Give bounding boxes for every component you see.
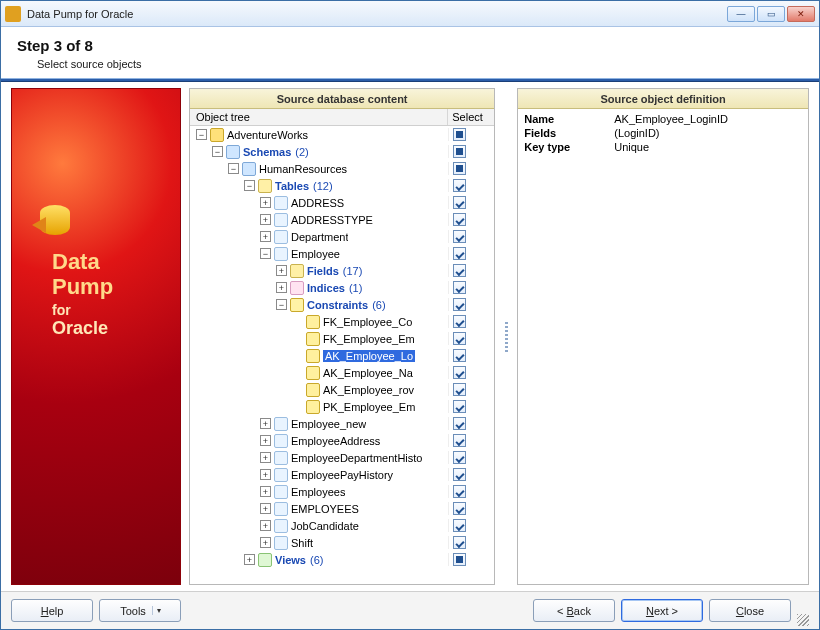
definition-panel: Source object definition NameAK_Employee…: [517, 88, 809, 585]
titlebar[interactable]: Data Pump for Oracle — ▭ ✕: [1, 1, 819, 27]
expander-icon[interactable]: −: [196, 129, 207, 140]
expander-icon[interactable]: +: [260, 452, 271, 463]
tree-row[interactable]: +Indices (1): [190, 279, 494, 296]
tree-row[interactable]: +Employee_new: [190, 415, 494, 432]
select-checkbox[interactable]: [453, 485, 466, 498]
select-checkbox[interactable]: [453, 349, 466, 362]
select-checkbox[interactable]: [453, 434, 466, 447]
tree-row[interactable]: +ADDRESSTYPE: [190, 211, 494, 228]
back-button[interactable]: < Back: [533, 599, 615, 622]
expander-icon[interactable]: +: [260, 503, 271, 514]
tree-row[interactable]: +EMPLOYEES: [190, 500, 494, 517]
select-checkbox[interactable]: [453, 264, 466, 277]
select-checkbox[interactable]: [453, 196, 466, 209]
chevron-down-icon: ▾: [152, 606, 166, 615]
object-tree[interactable]: −AdventureWorks−Schemas (2)−HumanResourc…: [190, 126, 494, 584]
con-icon: [306, 349, 320, 363]
tree-row[interactable]: +EmployeePayHistory: [190, 466, 494, 483]
select-checkbox[interactable]: [453, 213, 466, 226]
count-badge: (6): [310, 554, 323, 566]
expander-icon[interactable]: +: [260, 520, 271, 531]
tree-row[interactable]: −Employee: [190, 245, 494, 262]
tree-row[interactable]: AK_Employee_Na: [190, 364, 494, 381]
tree-row[interactable]: −Tables (12): [190, 177, 494, 194]
select-checkbox[interactable]: [453, 553, 466, 566]
step-subtitle: Select source objects: [37, 58, 803, 70]
select-checkbox[interactable]: [453, 247, 466, 260]
tools-button[interactable]: Tools▾: [99, 599, 181, 622]
tree-row[interactable]: −AdventureWorks: [190, 126, 494, 143]
select-checkbox[interactable]: [453, 366, 466, 379]
panel-splitter[interactable]: [503, 110, 509, 563]
tree-row[interactable]: −Constraints (6): [190, 296, 494, 313]
expander-icon[interactable]: +: [260, 435, 271, 446]
folder-icon: [258, 179, 272, 193]
tree-row[interactable]: +Employees: [190, 483, 494, 500]
select-checkbox[interactable]: [453, 179, 466, 192]
tree-row[interactable]: +Views (6): [190, 551, 494, 568]
select-checkbox[interactable]: [453, 383, 466, 396]
expander-icon[interactable]: +: [260, 197, 271, 208]
next-button[interactable]: Next >: [621, 599, 703, 622]
table-icon: [274, 417, 288, 431]
tree-row[interactable]: AK_Employee_rov: [190, 381, 494, 398]
expander-icon[interactable]: +: [260, 214, 271, 225]
close-button[interactable]: ✕: [787, 6, 815, 22]
close-wizard-button[interactable]: Close: [709, 599, 791, 622]
select-checkbox[interactable]: [453, 281, 466, 294]
expander-icon[interactable]: −: [276, 299, 287, 310]
help-button[interactable]: Help: [11, 599, 93, 622]
column-select[interactable]: Select: [448, 109, 494, 125]
expander-icon[interactable]: −: [212, 146, 223, 157]
definition-value: (LoginID): [614, 127, 659, 139]
tree-row[interactable]: +ADDRESS: [190, 194, 494, 211]
tree-row[interactable]: PK_Employee_Em: [190, 398, 494, 415]
expander-icon[interactable]: +: [244, 554, 255, 565]
tree-row[interactable]: AK_Employee_Lo: [190, 347, 494, 364]
maximize-button[interactable]: ▭: [757, 6, 785, 22]
tree-row[interactable]: +EmployeeDepartmentHisto: [190, 449, 494, 466]
tree-item-label: AK_Employee_Lo: [323, 350, 415, 362]
con-icon: [306, 332, 320, 346]
expander-icon[interactable]: +: [260, 537, 271, 548]
expander-icon: [292, 367, 303, 378]
select-checkbox[interactable]: [453, 298, 466, 311]
expander-icon[interactable]: −: [244, 180, 255, 191]
expander-icon[interactable]: +: [260, 418, 271, 429]
select-checkbox[interactable]: [453, 519, 466, 532]
column-object-tree[interactable]: Object tree: [190, 109, 448, 125]
count-badge: (1): [349, 282, 362, 294]
select-checkbox[interactable]: [453, 536, 466, 549]
select-checkbox[interactable]: [453, 400, 466, 413]
select-checkbox[interactable]: [453, 417, 466, 430]
tree-row[interactable]: +Department: [190, 228, 494, 245]
select-checkbox[interactable]: [453, 230, 466, 243]
tree-row[interactable]: +Fields (17): [190, 262, 494, 279]
select-checkbox[interactable]: [453, 162, 466, 175]
select-checkbox[interactable]: [453, 451, 466, 464]
tree-row[interactable]: FK_Employee_Em: [190, 330, 494, 347]
expander-icon[interactable]: +: [260, 486, 271, 497]
expander-icon[interactable]: +: [276, 282, 287, 293]
tree-row[interactable]: −HumanResources: [190, 160, 494, 177]
con-icon: [306, 400, 320, 414]
tree-row[interactable]: FK_Employee_Co: [190, 313, 494, 330]
tree-row[interactable]: +Shift: [190, 534, 494, 551]
select-checkbox[interactable]: [453, 315, 466, 328]
select-checkbox[interactable]: [453, 128, 466, 141]
tree-row[interactable]: +EmployeeAddress: [190, 432, 494, 449]
expander-icon[interactable]: −: [228, 163, 239, 174]
select-checkbox[interactable]: [453, 502, 466, 515]
expander-icon[interactable]: +: [260, 469, 271, 480]
expander-icon[interactable]: +: [260, 231, 271, 242]
tree-row[interactable]: −Schemas (2): [190, 143, 494, 160]
select-checkbox[interactable]: [453, 332, 466, 345]
tree-row[interactable]: +JobCandidate: [190, 517, 494, 534]
expander-icon[interactable]: −: [260, 248, 271, 259]
schema-icon: [242, 162, 256, 176]
minimize-button[interactable]: —: [727, 6, 755, 22]
select-checkbox[interactable]: [453, 468, 466, 481]
resize-grip[interactable]: [797, 614, 809, 626]
expander-icon[interactable]: +: [276, 265, 287, 276]
select-checkbox[interactable]: [453, 145, 466, 158]
